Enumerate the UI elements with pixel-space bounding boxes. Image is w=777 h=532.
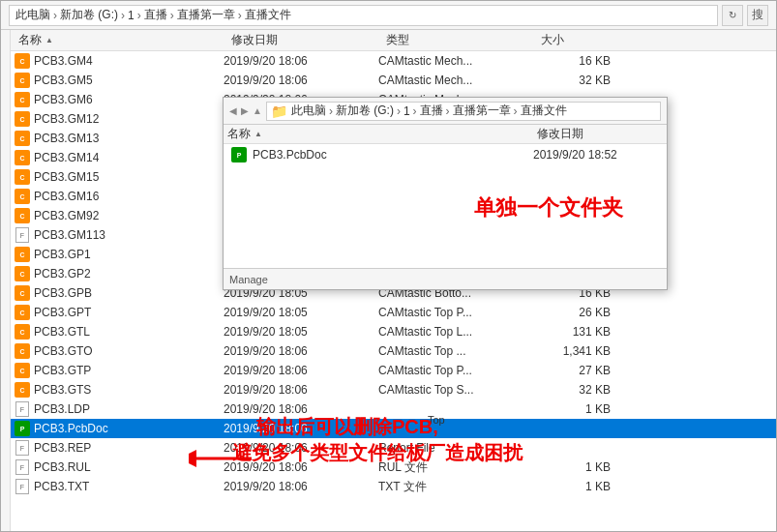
file-icon: F — [15, 227, 30, 243]
file-date: 2019/9/20 18:06 — [224, 344, 378, 358]
path-segment-5[interactable]: 直播第一章 — [177, 7, 235, 23]
file-size: 32 KB — [533, 74, 611, 87]
dialog-nav-right[interactable]: ▶ — [241, 105, 249, 116]
file-icon: C — [15, 73, 30, 88]
file-icon: C — [15, 363, 30, 378]
file-size: 27 KB — [533, 364, 611, 377]
file-icon: P — [15, 421, 30, 436]
col-header-type[interactable]: 类型 — [382, 32, 537, 48]
dialog-nav-up[interactable]: ▲ — [253, 105, 262, 116]
file-icon: C — [15, 208, 30, 223]
file-icon: C — [15, 150, 30, 165]
file-icon: C — [15, 324, 30, 340]
file-name: PCB3.GM92 — [34, 209, 224, 222]
file-size: 1 KB — [533, 480, 611, 493]
nav-up-button[interactable]: 搜 — [747, 5, 768, 26]
file-size: 1,341 KB — [533, 344, 611, 358]
file-icon: F — [15, 479, 30, 494]
dialog-nav-left[interactable]: ◀ — [229, 105, 237, 116]
dialog-path-6: 直播文件 — [521, 103, 567, 119]
file-row[interactable]: C PCB3.GM4 2019/9/20 18:06 CAMtastic Mec… — [11, 51, 776, 71]
file-date: 2019/9/20 18:06 — [224, 480, 378, 493]
file-icon: C — [15, 169, 30, 185]
dialog-sort-arrow: ▲ — [254, 130, 262, 138]
dialog-path-5: 直播第一章 — [453, 103, 511, 119]
file-date: 2019/9/20 18:06 — [224, 383, 378, 397]
file-name: PCB3.TXT — [34, 480, 224, 493]
file-row[interactable]: C PCB3.GPT 2019/9/20 18:05 CAMtastic Top… — [11, 303, 776, 322]
file-date: 2019/9/20 18:06 — [224, 54, 378, 68]
file-row[interactable]: C PCB3.GTO 2019/9/20 18:06 CAMtastic Top… — [11, 341, 776, 361]
file-date: 2019/9/20 18:06 — [224, 74, 378, 87]
dialog-col-date-header[interactable]: 修改日期 — [537, 126, 663, 142]
path-segment-6[interactable]: 直播文件 — [245, 7, 291, 23]
file-name: PCB3.LDP — [34, 402, 224, 416]
file-name: PCB3.GTL — [34, 325, 224, 339]
path-segment-4[interactable]: 直播 — [144, 7, 167, 23]
file-name: PCB3.GM16 — [34, 190, 224, 203]
file-name: PCB3.GM4 — [34, 54, 224, 68]
file-icon: C — [15, 247, 30, 262]
file-size: 1 KB — [533, 402, 611, 416]
file-row[interactable]: C PCB3.GM5 2019/9/20 18:06 CAMtastic Mec… — [11, 71, 776, 90]
file-name: PCB3.GPT — [34, 306, 224, 319]
column-headers: 名称 ▲ 修改日期 类型 大小 — [11, 30, 776, 51]
file-type: CAMtastic Top S... — [378, 383, 533, 397]
file-name: PCB3.GM6 — [34, 93, 224, 106]
file-icon: F — [15, 459, 30, 475]
address-path[interactable]: 此电脑 › 新加卷 (G:) › 1 › 直播 › 直播第一章 › 直播文件 — [9, 5, 718, 26]
left-nav-panel — [1, 30, 11, 531]
file-name: PCB3.PcbDoc — [34, 422, 224, 435]
file-name: PCB3.GM5 — [34, 74, 224, 87]
file-icon: F — [15, 440, 30, 456]
file-date: 2019/9/20 18:05 — [224, 325, 378, 339]
file-icon: C — [15, 382, 30, 398]
file-size: 1 KB — [533, 460, 611, 474]
annotation-single-folder: 单独一个文件夹 — [474, 193, 623, 222]
file-row[interactable]: C PCB3.GTP 2019/9/20 18:06 CAMtastic Top… — [11, 361, 776, 380]
dialog-column-headers: 名称 ▲ 修改日期 — [224, 125, 667, 144]
file-icon: C — [15, 92, 30, 107]
dialog-file-row[interactable]: P PCB3.PcbDoc 2019/9/20 18:52 — [224, 144, 667, 165]
dialog-col-name-header[interactable]: 名称 ▲ — [227, 126, 537, 142]
dialog-file-date: 2019/9/20 18:52 — [533, 148, 659, 162]
file-size: 16 KB — [533, 54, 611, 68]
dialog-path-3: 1 — [403, 104, 410, 118]
file-name: PCB3.GM15 — [34, 170, 224, 184]
file-name: PCB3.GPB — [34, 286, 224, 300]
file-row[interactable]: C PCB3.GTL 2019/9/20 18:05 CAMtastic Top… — [11, 322, 776, 341]
path-segment-2[interactable]: 新加卷 (G:) — [60, 7, 118, 23]
path-segment-3[interactable]: 1 — [128, 9, 134, 22]
path-segment-1[interactable]: 此电脑 — [15, 7, 50, 23]
col-header-name[interactable]: 名称 ▲ — [15, 32, 227, 48]
file-name: PCB3.GM13 — [34, 132, 224, 145]
dialog-file-icon: P — [231, 147, 247, 163]
dialog-path-4: 直播 — [420, 103, 443, 119]
file-name: PCB3.GTP — [34, 364, 224, 377]
dialog-path-1: 此电脑 — [291, 103, 326, 119]
file-size: 131 KB — [533, 325, 611, 339]
col-header-size[interactable]: 大小 — [537, 32, 614, 48]
file-name: PCB3.GM113 — [34, 228, 224, 242]
dialog-address-bar: ◀ ▶ ▲ 📁 此电脑 › 新加卷 (G:) › 1 › 直播 › 直播第一章 … — [224, 98, 667, 125]
file-type: CAMtastic Top P... — [378, 364, 533, 377]
dialog-bottom-text[interactable]: Manage — [229, 274, 268, 285]
file-icon: C — [15, 189, 30, 204]
file-row[interactable]: C PCB3.GTS 2019/9/20 18:06 CAMtastic Top… — [11, 380, 776, 399]
file-name: PCB3.GM14 — [34, 151, 224, 164]
address-bar: 此电脑 › 新加卷 (G:) › 1 › 直播 › 直播第一章 › 直播文件 ↻… — [1, 1, 776, 30]
file-name: PCB3.GP2 — [34, 267, 224, 281]
dialog-address-path[interactable]: 📁 此电脑 › 新加卷 (G:) › 1 › 直播 › 直播第一章 › 直播文件 — [266, 102, 661, 121]
dialog-file-name: PCB3.PcbDoc — [253, 148, 533, 162]
col-header-date[interactable]: 修改日期 — [227, 32, 382, 48]
file-icon: C — [15, 285, 30, 301]
file-type: CAMtastic Mech... — [378, 74, 533, 87]
file-icon: F — [15, 401, 30, 417]
file-row[interactable]: F PCB3.TXT 2019/9/20 18:06 TXT 文件 1 KB — [11, 477, 776, 496]
refresh-button[interactable]: ↻ — [722, 5, 743, 26]
dialog-folder-icon: 📁 — [271, 103, 287, 119]
file-icon: C — [15, 111, 30, 127]
file-name: PCB3.RUL — [34, 460, 224, 474]
file-size: 26 KB — [533, 306, 611, 319]
file-type: CAMtastic Top P... — [378, 306, 533, 319]
